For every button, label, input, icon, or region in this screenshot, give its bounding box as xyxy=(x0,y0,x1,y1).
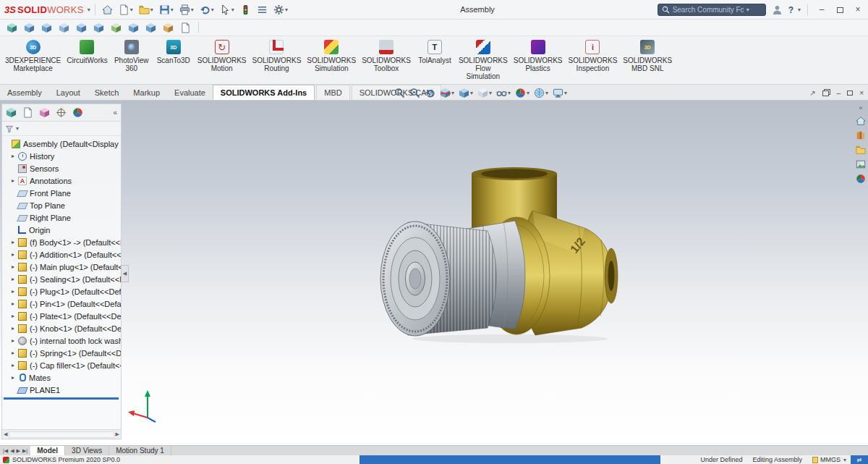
command-tab[interactable]: MBD xyxy=(316,85,349,100)
options-list-icon[interactable] xyxy=(255,1,270,17)
search-box[interactable]: ▾ xyxy=(658,4,766,16)
view-settings-icon[interactable]: ▾ xyxy=(551,85,569,100)
tree-item[interactable]: Front Plane xyxy=(2,187,121,199)
view-orientation-icon[interactable]: ▾ xyxy=(457,85,475,100)
tree-item[interactable]: Right Plane xyxy=(2,211,121,224)
addin-circuitworks[interactable]: CircuitWorks xyxy=(64,39,109,81)
addin-solidworks-flow-simulation[interactable]: SOLIDWORKS Flow Simulation xyxy=(456,39,510,81)
search-input[interactable] xyxy=(673,6,744,14)
search-caret-icon[interactable]: ▾ xyxy=(746,7,749,13)
addin-scanto3d[interactable]: ScanTo3D xyxy=(153,39,194,81)
tree-item[interactable]: (-) Knob<1> (Default<<Defau... xyxy=(2,322,121,334)
addin-photoview-360[interactable]: PhotoView 360 xyxy=(111,39,152,81)
expand-arrow-icon[interactable] xyxy=(12,374,18,381)
propertymanager-tab-icon[interactable] xyxy=(20,106,35,120)
open-document-icon[interactable]: ▾ xyxy=(137,1,156,17)
expand-arrow-icon[interactable] xyxy=(12,350,18,356)
graphics-viewport[interactable]: 1/2 xyxy=(0,101,868,445)
command-tab[interactable]: Markup xyxy=(126,85,167,100)
maximize-button[interactable] xyxy=(833,0,847,20)
linear-component-pattern-icon[interactable] xyxy=(56,20,72,35)
rebuild-icon[interactable] xyxy=(238,1,253,17)
apply-scene-icon[interactable]: ▾ xyxy=(532,85,550,100)
dimxpertmanager-tab-icon[interactable] xyxy=(54,106,69,120)
tree-item[interactable]: (-) internal tooth lock washer... xyxy=(2,334,121,347)
collapse-task-pane-icon[interactable]: « xyxy=(859,104,862,111)
previous-tab-icon[interactable]: ◀ xyxy=(10,448,14,454)
addin-solidworks-inspection[interactable]: SOLIDWORKS Inspection xyxy=(566,39,620,81)
section-view-icon[interactable]: ▾ xyxy=(438,85,456,100)
help-caret-icon[interactable]: ▾ xyxy=(798,7,801,13)
displaymanager-tab-icon[interactable] xyxy=(70,106,85,120)
save-icon[interactable]: ▾ xyxy=(157,1,176,17)
view-palette-icon[interactable] xyxy=(856,159,866,169)
study-tab[interactable]: Model xyxy=(30,446,65,455)
undo-icon[interactable]: ▾ xyxy=(197,1,216,17)
command-tab[interactable]: Sketch xyxy=(88,85,127,100)
expand-arrow-icon[interactable] xyxy=(12,337,18,344)
expand-arrow-icon[interactable] xyxy=(12,263,18,270)
units-selector[interactable]: MMGS ▾ xyxy=(812,456,846,463)
addin-tolanalyst[interactable]: TolAnalyst xyxy=(414,39,455,81)
valve-assembly-model[interactable]: 1/2 xyxy=(362,166,637,347)
tree-item[interactable]: (-) Pin<1> (Default<<Default... xyxy=(2,298,121,310)
home-icon[interactable] xyxy=(100,1,115,17)
assembly-features-icon[interactable] xyxy=(126,20,141,35)
expand-arrow-icon[interactable] xyxy=(12,300,18,307)
tree-item[interactable]: (-) Plug<1> (Default<<Defau... xyxy=(2,285,121,298)
addin-solidworks-routing[interactable]: SOLIDWORKS Routing xyxy=(250,39,304,81)
tree-item[interactable]: (-) Main plug<1> (Default<<D... xyxy=(2,261,121,273)
knurled-knob[interactable] xyxy=(380,222,496,336)
tree-item[interactable]: History xyxy=(2,150,121,162)
panel-splitter-icon[interactable]: « xyxy=(111,109,119,117)
tree-item[interactable]: (-) Addition<1> (Default<<De... xyxy=(2,248,121,261)
tree-item[interactable]: (-) Plate<1> (Default<<Defau... xyxy=(2,310,121,322)
expand-arrow-icon[interactable] xyxy=(12,362,18,368)
addin-solidworks-motion[interactable]: SOLIDWORKS Motion xyxy=(195,39,249,81)
insert-components-icon[interactable] xyxy=(22,20,37,35)
scrollbar-track[interactable] xyxy=(9,431,114,438)
expand-arrow-icon[interactable] xyxy=(12,239,18,245)
panel-horizontal-scrollbar[interactable]: ◀ ▶ xyxy=(2,429,121,439)
featuremanager-tree-tab-icon[interactable] xyxy=(4,106,19,120)
command-tab[interactable]: Assembly xyxy=(0,85,49,100)
new-motion-study-icon[interactable] xyxy=(161,20,176,35)
restore-icon[interactable] xyxy=(822,89,830,96)
command-tab[interactable]: SOLIDWORKS Add-Ins xyxy=(213,85,315,100)
tree-item[interactable]: Annotations xyxy=(2,174,121,187)
expand-arrow-icon[interactable] xyxy=(12,153,18,159)
last-tab-icon[interactable]: ▶| xyxy=(22,448,27,454)
doc-minimize-icon[interactable]: – xyxy=(837,89,841,97)
menu-caret-icon[interactable]: ▾ xyxy=(88,7,90,13)
addin-solidworks-simulation[interactable]: SOLIDWORKS Simulation xyxy=(305,39,358,81)
zoom-to-area-icon[interactable] xyxy=(408,85,422,100)
hide-show-items-icon[interactable]: ▾ xyxy=(495,85,512,100)
expand-arrow-icon[interactable] xyxy=(12,276,18,282)
study-tab[interactable]: Motion Study 1 xyxy=(109,446,171,455)
edit-component-icon[interactable] xyxy=(4,20,20,35)
move-component-icon[interactable] xyxy=(91,20,106,35)
display-style-icon[interactable]: ▾ xyxy=(476,85,493,100)
zoom-to-fit-icon[interactable] xyxy=(393,85,407,100)
file-explorer-icon[interactable] xyxy=(856,145,866,155)
expand-arrow-icon[interactable] xyxy=(12,288,18,295)
mate-icon[interactable] xyxy=(39,20,54,35)
addin-solidworks-mbd-snl[interactable]: SOLIDWORKS MBD SNL xyxy=(621,39,674,81)
expand-arrow-icon[interactable] xyxy=(12,251,18,258)
select-icon[interactable]: ▾ xyxy=(218,1,237,17)
solidworks-resources-icon[interactable] xyxy=(856,116,866,126)
command-tab[interactable]: Evaluate xyxy=(167,85,213,100)
filter-caret-icon[interactable]: ▾ xyxy=(16,125,19,132)
doc-close-icon[interactable]: × xyxy=(859,89,864,97)
show-hidden-components-icon[interactable] xyxy=(109,20,124,35)
minimize-button[interactable]: – xyxy=(814,0,829,20)
addin-solidworks-plastics[interactable]: SOLIDWORKS Plastics xyxy=(511,39,565,81)
doc-maximize-icon[interactable] xyxy=(847,89,853,97)
expand-arrow-icon[interactable] xyxy=(12,325,18,332)
tree-item[interactable]: Top Plane xyxy=(2,199,121,211)
popout-icon[interactable]: ↗ xyxy=(809,89,815,97)
command-tab[interactable]: Layout xyxy=(49,85,88,100)
configurationmanager-tab-icon[interactable] xyxy=(37,106,52,120)
close-button[interactable]: × xyxy=(851,0,865,20)
scroll-left-icon[interactable]: ◀ xyxy=(4,431,7,437)
